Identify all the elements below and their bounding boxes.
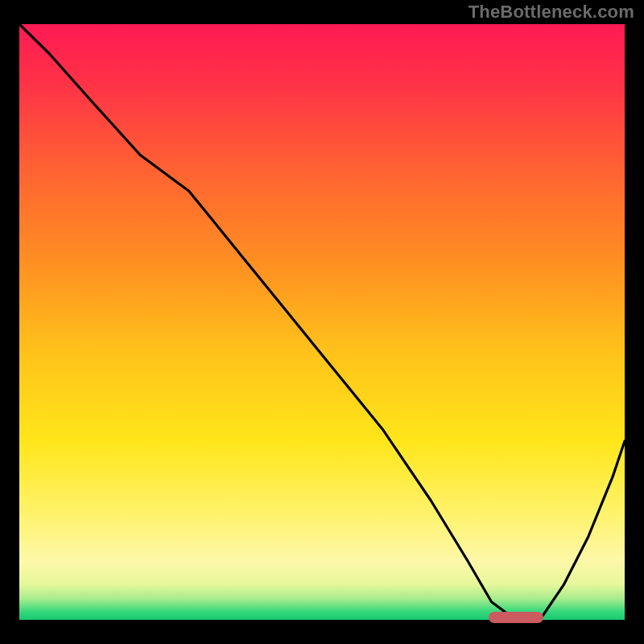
svg-rect-0 [19, 24, 625, 620]
plot-area [19, 24, 625, 620]
gradient-background [19, 24, 625, 620]
watermark-text: TheBottleneck.com [469, 2, 634, 23]
chart-frame: TheBottleneck.com [0, 0, 644, 644]
